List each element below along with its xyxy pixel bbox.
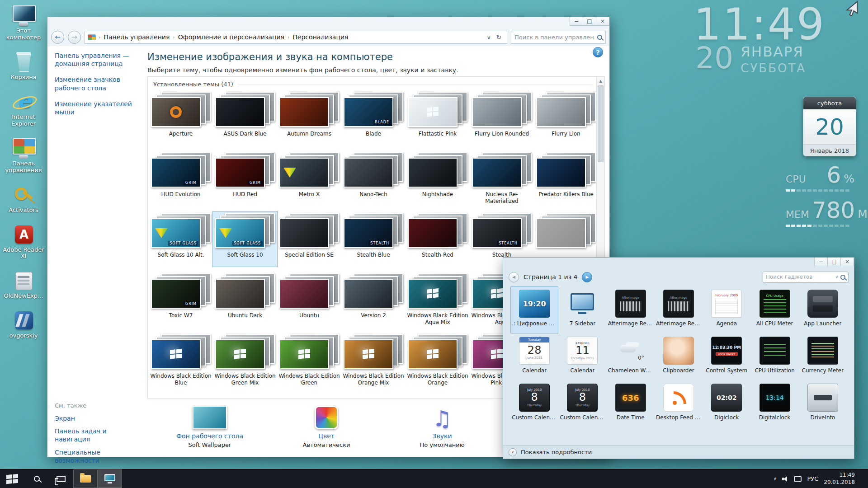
theme-tile[interactable]: Flurry Lion Rounded — [470, 90, 534, 145]
theme-tile[interactable]: SOFT GLASS Soft Glass 10 — [213, 211, 277, 267]
footer-item-link[interactable]: Фон рабочего стола — [156, 432, 264, 440]
theme-tile[interactable]: GRIM HUD Red — [213, 151, 277, 206]
gadget-item[interactable]: July 2010 8 Thursday Custom Calendar — [510, 380, 558, 427]
footer-item-link[interactable]: Цвет — [272, 432, 381, 440]
gadget-item[interactable]: CPU Utilization — [750, 333, 798, 380]
gw-maximize-button[interactable]: □ — [827, 258, 841, 266]
theme-tile[interactable]: STEALTH Stealth-Blue — [341, 211, 406, 267]
desktop-icon[interactable]: Этот компьютер — [3, 5, 44, 41]
address-dropdown-icon[interactable]: ∨ — [484, 34, 494, 41]
language-indicator[interactable]: РУС — [807, 475, 818, 482]
theme-tile[interactable]: SOFT GLASS Soft Glass 10 Alt. — [149, 211, 213, 267]
tray-expand-icon[interactable]: ∧ — [773, 476, 777, 482]
gadget-item[interactable]: 19:20 .: Цифровые ча... — [510, 286, 558, 333]
touch-keyboard-icon[interactable] — [794, 476, 802, 482]
theme-tile[interactable]: Nightshade — [406, 151, 470, 206]
theme-tile[interactable]: Stealth-Red — [406, 211, 470, 267]
taskbar-explorer-button[interactable] — [73, 469, 98, 488]
gadget-search-input[interactable] — [766, 274, 833, 280]
task-view-button[interactable] — [49, 469, 73, 488]
gadget-item[interactable]: 636 Date Time — [607, 380, 655, 427]
taskbar-personalization-button[interactable] — [98, 469, 122, 488]
theme-tile[interactable]: BLADE Blade — [341, 90, 406, 145]
breadcrumb-item[interactable]: Персонализация — [291, 33, 349, 42]
gadget-item[interactable]: Tuesday 28 June 2011 Calendar — [510, 333, 558, 380]
theme-tile[interactable]: Windows Black Edition Blue — [149, 333, 213, 388]
maximize-button[interactable]: □ — [583, 17, 596, 26]
sidebar-link[interactable]: Изменение указателей мыши — [55, 100, 137, 116]
desktop-icon[interactable]: Internet Explorer — [3, 91, 44, 127]
desktop-icon[interactable]: Корзина — [3, 51, 44, 81]
gadget-item[interactable]: Desktop Feed R... — [655, 380, 703, 427]
system-monitor-widget[interactable]: CPU 6 % MEM 780 MB — [786, 164, 854, 234]
theme-tile[interactable]: Windows Black Edition Green Mix — [213, 333, 277, 388]
see-also-link[interactable]: Специальные возможности — [55, 448, 136, 465]
personalization-footer-item[interactable]: Фон рабочего стола Soft Wallpaper — [156, 404, 264, 448]
theme-tile[interactable]: Predator Killers Blue — [534, 151, 598, 206]
scrollbar-thumb[interactable] — [598, 85, 604, 162]
refresh-icon[interactable]: ↻ — [494, 34, 504, 41]
theme-tile[interactable]: ASUS Dark-Blue — [213, 90, 277, 145]
breadcrumb-item[interactable]: Оформление и персонализация — [177, 33, 286, 42]
address-bar[interactable]: › Панель управления › Оформление и персо… — [85, 31, 507, 44]
gadget-item[interactable]: вторник 11 Октябрь 2011 Calendar — [558, 333, 606, 380]
gw-minimize-button[interactable]: − — [814, 258, 828, 266]
personalization-footer-item[interactable]: Цвет Автоматически — [272, 404, 381, 448]
gadget-item[interactable]: App Launcher — [799, 286, 847, 333]
theme-tile[interactable]: Flattastic-Pink — [406, 90, 470, 145]
prev-page-button[interactable]: ◀ — [509, 272, 519, 282]
desktop-icon[interactable]: Activators — [3, 184, 44, 214]
theme-tile[interactable]: Nano-Tech — [341, 151, 406, 206]
close-button[interactable]: × — [596, 17, 609, 26]
gadget-item[interactable]: Currency Meter — [799, 333, 847, 380]
gadget-item[interactable]: Afterimage Afterimage Res... — [607, 286, 655, 333]
see-also-link[interactable]: Экран — [55, 414, 136, 422]
theme-tile[interactable]: Ubuntu Dark — [213, 272, 277, 327]
clock-widget[interactable]: 11:49 20 ЯНВАРЯ СУББОТА — [693, 3, 826, 75]
gadget-item[interactable]: 7 Sidebar — [558, 286, 606, 333]
theme-tile[interactable]: Aperture — [149, 90, 213, 145]
gadget-search[interactable]: ∨ — [763, 272, 849, 283]
theme-tile[interactable]: Version 2 — [341, 272, 406, 327]
taskbar-search-button[interactable] — [24, 469, 49, 488]
show-details-chevron-icon[interactable]: ∨ — [509, 448, 517, 456]
gadget-item[interactable]: CPU Usage All CPU Meter — [750, 286, 798, 333]
desktop-icon[interactable]: Панель управления — [3, 137, 44, 174]
gw-close-button[interactable]: × — [840, 258, 854, 266]
theme-tile[interactable]: GRIM Toxic W7 — [149, 272, 213, 327]
theme-tile[interactable]: Windows Black Edition Orange — [406, 333, 470, 388]
back-button[interactable]: ← — [51, 31, 64, 44]
gadget-item[interactable]: 12:03:30 PM LOCK ONOFF Control System — [703, 333, 750, 380]
gadget-item[interactable]: Afterimage Afterimage Res... — [655, 286, 703, 333]
gadget-item[interactable]: 13:14 Digitalclock — [750, 380, 798, 427]
forward-button[interactable]: → — [68, 31, 81, 44]
cp-search[interactable] — [511, 31, 606, 44]
gadget-item[interactable]: 0° Chameleon We... — [607, 333, 655, 380]
search-dropdown-icon[interactable]: ∨ — [835, 275, 838, 279]
gadget-item[interactable]: DriveInfo — [799, 380, 847, 427]
theme-tile[interactable]: GRIM HUD Evolution — [149, 151, 213, 206]
cp-titlebar[interactable]: − □ × — [47, 17, 609, 28]
sidebar-link[interactable]: Изменение значков рабочего стола — [55, 75, 137, 92]
theme-tile[interactable]: Metro X — [277, 151, 341, 206]
gw-titlebar[interactable]: − □ × — [503, 258, 854, 269]
theme-tile[interactable]: Nucleus Re-Materialized — [470, 151, 534, 206]
breadcrumb-item[interactable]: Панель управления — [102, 33, 171, 42]
minimize-button[interactable]: − — [570, 17, 583, 26]
desktop-icon[interactable]: ovgorskiy — [3, 310, 44, 339]
desktop-icon[interactable]: OldNewExp... — [3, 270, 44, 300]
gadget-item[interactable]: 02:02 Digiclock — [703, 380, 750, 427]
next-page-button[interactable]: ▶ — [582, 272, 592, 282]
theme-tile[interactable]: Flurry Lion — [534, 90, 598, 145]
help-button[interactable]: ? — [593, 47, 603, 57]
theme-tile[interactable]: Windows Black Edition Orange Mix — [341, 333, 406, 388]
gadget-item[interactable]: Clipboarder — [655, 333, 703, 380]
theme-tile[interactable]: Windows Black Edition Aqua Mix — [406, 272, 470, 327]
theme-tile[interactable]: Ubuntu — [277, 272, 341, 327]
tray-clock[interactable]: 11:49 20.01.2018 — [824, 472, 858, 486]
see-also-link[interactable]: Панель задач и навигация — [55, 427, 136, 443]
cp-search-input[interactable] — [514, 34, 594, 41]
show-details-label[interactable]: Показать подробности — [521, 449, 592, 455]
theme-tile[interactable]: Windows Black Edition Green — [277, 333, 341, 388]
footer-item-link[interactable]: Звуки — [388, 432, 496, 440]
